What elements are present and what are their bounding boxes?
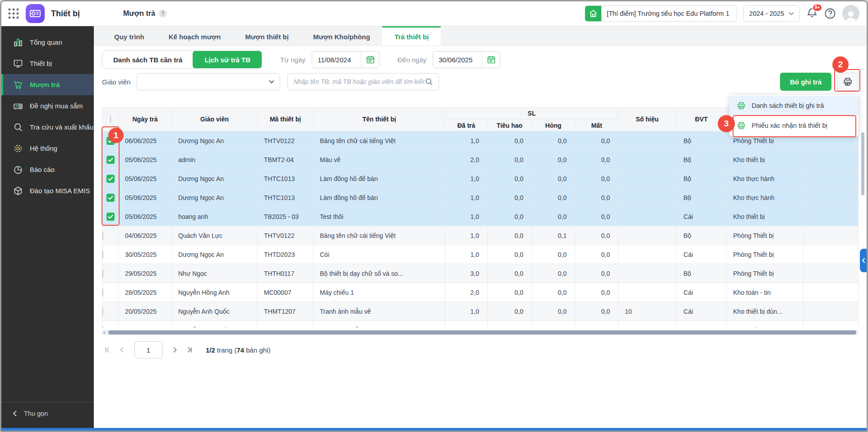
help-icon[interactable]: [824, 8, 836, 19]
page-help-icon[interactable]: ?: [159, 9, 167, 18]
row-checkbox[interactable]: [106, 156, 115, 164]
row-checkbox[interactable]: [102, 326, 103, 328]
sidebar-item-muon-tra[interactable]: Mượn trả: [1, 74, 94, 95]
toggle-danh-sach-tb-can-tra[interactable]: Danh sách TB cần trả: [102, 51, 193, 68]
calendar-icon[interactable]: [361, 51, 379, 68]
header-giao-vien: Giáo viên: [172, 107, 258, 131]
sidebar-item-he-thong[interactable]: Hệ thống: [1, 138, 94, 159]
sidebar-item-thiet-bi[interactable]: Thiết bị: [1, 53, 94, 74]
print-dropdown-menu: Danh sách thiết bị ghi trả Phiếu xác nhậ…: [729, 95, 859, 136]
annotation-step-1: 1: [108, 128, 124, 143]
school-year-value: 2024 - 2025: [749, 10, 784, 17]
cell-spacer: [803, 150, 859, 169]
row-checkbox[interactable]: [106, 213, 115, 221]
horizontal-scrollbar-thumb[interactable]: [108, 330, 856, 334]
sidebar-item-bao-cao[interactable]: Báo cáo: [1, 159, 94, 180]
toggle-lich-su-tra-tb[interactable]: Lịch sử trả TB: [193, 51, 262, 69]
school-year-select[interactable]: 2024 - 2025: [743, 5, 800, 22]
cell-consumed: 0,0: [488, 245, 532, 264]
chevron-down-icon: [269, 80, 274, 84]
tab-quy-trinh[interactable]: Quy trình: [102, 26, 157, 46]
sidebar-collapse-button[interactable]: Thu gọn: [1, 402, 94, 424]
last-page-button[interactable]: [183, 344, 195, 356]
search-icon[interactable]: [425, 78, 433, 86]
sidebar-item-de-nghi-mua-sam[interactable]: Đề nghị mua sắm: [1, 95, 94, 116]
table-row: 05/06/2025Dương Ngọc AnTHTC1013Làm đồng …: [102, 169, 859, 188]
search-field: [287, 73, 439, 90]
menu-item-danh-sach-thiet-bi-ghi-tra[interactable]: Danh sách thiết bị ghi trả: [729, 96, 859, 116]
cell-teacher: Nguyễn Anh Quốc: [172, 321, 258, 328]
cell-consumed: 0,0: [488, 169, 532, 188]
cell-consumed: 0,0: [488, 264, 532, 283]
printer-icon: [843, 77, 853, 87]
cell-teacher: Dương Ngọc An: [172, 169, 258, 188]
cell-select: [102, 283, 119, 302]
row-checkbox[interactable]: [106, 175, 115, 183]
row-checkbox[interactable]: [102, 307, 103, 316]
calendar-icon[interactable]: [482, 51, 500, 68]
panel-expand-handle[interactable]: [860, 249, 867, 272]
sidebar-item-dao-tao[interactable]: Đào tạo MISA EMIS: [1, 180, 94, 201]
app-grid-icon[interactable]: [8, 8, 19, 19]
cell-returned: 1,0: [445, 226, 488, 245]
row-checkbox[interactable]: [102, 232, 103, 240]
search-input[interactable]: [293, 78, 425, 85]
select-all-checkbox[interactable]: [110, 115, 111, 123]
header-da-tra: Đã trả: [445, 120, 488, 131]
first-page-button[interactable]: [102, 344, 114, 356]
tab-tra-thiet-bi[interactable]: Trả thiết bị: [382, 26, 441, 46]
cell-lost: 0,0: [575, 302, 619, 321]
horizontal-scrollbar[interactable]: ◂: [102, 330, 859, 335]
cell-serial: [619, 188, 676, 207]
next-page-button[interactable]: [169, 344, 180, 356]
sidebar-item-tra-cuu[interactable]: Tra cứu và xuất khẩu: [1, 116, 94, 138]
row-checkbox[interactable]: [102, 269, 103, 278]
cell-lost: 0,0: [575, 207, 619, 226]
school-selector[interactable]: [Thí điểm] Trường tiểu học Edu Platform …: [585, 5, 737, 22]
menu-item-phieu-xac-nhan-tra-thiet-bi[interactable]: Phiếu xác nhận trả thiết bị: [729, 116, 859, 135]
cell-code: THMT1207: [258, 302, 314, 321]
gear-icon: [13, 144, 23, 153]
projector-icon: [13, 101, 23, 111]
from-date-input[interactable]: [312, 56, 361, 64]
to-date-label: Đến ngày: [397, 56, 426, 64]
app-logo-icon[interactable]: [26, 4, 45, 23]
prev-page-button[interactable]: [116, 344, 128, 356]
projector-icon: [29, 7, 42, 20]
avatar[interactable]: [842, 5, 859, 22]
row-checkbox[interactable]: [102, 251, 103, 259]
sidebar-item-tong-quan[interactable]: Tổng quan: [1, 32, 94, 53]
current-page-input[interactable]: 1: [134, 341, 162, 358]
table-row: 05/06/2025adminTBMT2-04Màu vẽ2,00,00,00,…: [102, 150, 859, 169]
to-date-input[interactable]: [433, 56, 482, 64]
cell-location: Kho thực hành: [727, 169, 803, 188]
cell-spacer: [803, 302, 859, 321]
page-title: Mượn trả: [123, 9, 155, 18]
from-date-field: [312, 51, 379, 68]
sidebar-item-label: Báo cáo: [30, 166, 55, 173]
header-mat: Mất: [575, 120, 619, 131]
page-count: 1/2: [206, 346, 215, 354]
header-tieu-hao: Tiêu hao: [488, 120, 532, 131]
tab-muon-kho-phong[interactable]: Mượn Kho/phòng: [301, 26, 383, 46]
row-checkbox[interactable]: [102, 288, 103, 297]
scroll-left-arrow-icon[interactable]: ◂: [103, 331, 105, 334]
print-button[interactable]: [837, 73, 859, 91]
cell-broken: 0,0: [532, 283, 575, 302]
cell-teacher: Dương Ngọc An: [172, 131, 258, 150]
cell-name: Làm đồng hồ để bàn: [314, 169, 445, 188]
vertical-scrollbar-thumb[interactable]: [861, 132, 864, 195]
tab-bar: Quy trình Kế hoạch mượn Mượn thiết bị Mư…: [94, 26, 867, 46]
bo-ghi-tra-button[interactable]: Bỏ ghi trả: [780, 73, 831, 91]
cell-broken: 0,0: [532, 264, 575, 283]
row-checkbox[interactable]: [106, 194, 115, 202]
cell-location: Kho thực hành: [727, 188, 803, 207]
teacher-select[interactable]: [137, 73, 280, 90]
tab-ke-hoach-muon[interactable]: Kế hoạch mượn: [157, 26, 233, 46]
tab-muon-thiet-bi[interactable]: Mượn thiết bị: [233, 26, 301, 46]
cell-lost: 0,0: [575, 169, 619, 188]
pie-chart-icon: [13, 165, 23, 175]
notifications-button[interactable]: 9+: [806, 7, 818, 20]
cell-unit: Cái: [676, 321, 727, 328]
cell-code: THMT1207: [258, 321, 314, 328]
